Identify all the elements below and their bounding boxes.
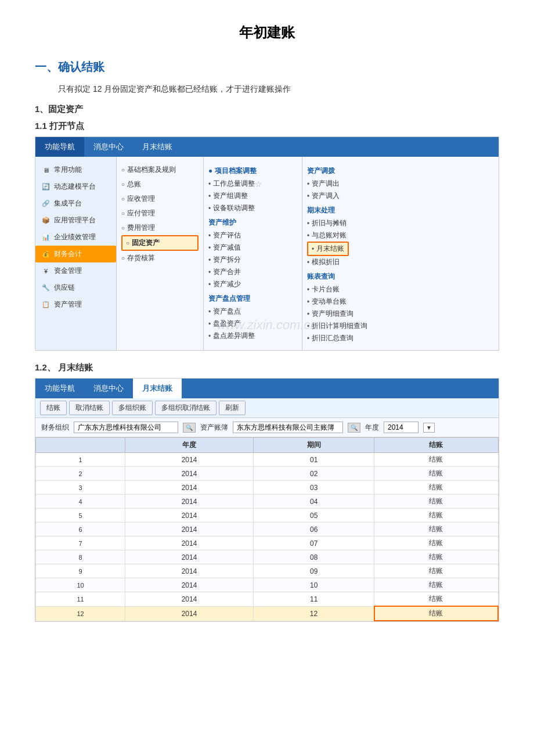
- nav-bar-2: 功能导航 消息中心 月末结账: [35, 379, 499, 398]
- nav-item-enterprise[interactable]: 📊 企业绩效管理: [35, 229, 116, 246]
- nav-right2-col: 资产调拨 资产调出 资产调入 期末处理 折旧与摊销 与总账对账 月末结账 模拟折…: [302, 157, 499, 350]
- filter-book-input[interactable]: [233, 422, 343, 433]
- nav-screenshot-2: 功能导航 消息中心 月末结账 结账 取消结账 多组织账 多组织取消结账 刷新 财…: [35, 378, 499, 622]
- right2-item-month-close[interactable]: 月末结账: [307, 242, 349, 256]
- filter-label-org: 财务组织: [41, 423, 69, 433]
- nav-mid-expense[interactable]: 费用管理: [121, 221, 199, 235]
- row-year: 2014: [125, 453, 254, 467]
- nav-mid-ar[interactable]: 应收管理: [121, 192, 199, 206]
- nav-item-capital[interactable]: ¥ 资金管理: [35, 262, 116, 279]
- right1-sec2-label: 资产维护: [208, 218, 297, 228]
- table-row-highlighted: 12 2014 12 结账: [36, 606, 499, 621]
- filter-org-input[interactable]: [74, 422, 178, 433]
- row-status: 结账: [374, 564, 498, 578]
- right1-item-impair[interactable]: 资产减值: [208, 242, 297, 254]
- row-num: 2: [36, 467, 125, 481]
- nav-mid-basic[interactable]: 基础档案及规则: [121, 163, 199, 177]
- finance-icon: 💰: [41, 250, 50, 259]
- right1-item-workload[interactable]: 工作总量调整 ☆: [208, 178, 297, 190]
- table-row: 4 2014 04 结账: [36, 495, 499, 509]
- row-num: 4: [36, 495, 125, 509]
- nav-bar-1: 功能导航 消息中心 月末结账: [35, 137, 499, 157]
- col-header-num: [36, 438, 125, 453]
- right2-item-dep-detail[interactable]: 折旧计算明细查询: [307, 320, 494, 332]
- app-icon: 📦: [41, 216, 50, 225]
- row-num: 9: [36, 564, 125, 578]
- right1-item-split[interactable]: 资产拆分: [208, 254, 297, 266]
- row-period: 01: [253, 453, 374, 467]
- row-period: 06: [253, 523, 374, 537]
- asset-icon: 📋: [41, 300, 50, 309]
- row-year: 2014: [125, 481, 254, 495]
- row-period: 04: [253, 495, 374, 509]
- toolbar-2: 结账 取消结账 多组织账 多组织取消结账 刷新: [35, 398, 499, 418]
- nav-item-common[interactable]: 🖥 常用功能: [35, 161, 116, 178]
- nav-item-app-mgmt[interactable]: 📦 应用管理平台: [35, 212, 116, 229]
- btn-close-account[interactable]: 结账: [40, 401, 67, 415]
- nav-item-dynamic[interactable]: 🔄 动态建模平台: [35, 178, 116, 195]
- right2-sec2-label: 期末处理: [307, 206, 494, 215]
- right1-item-merge[interactable]: 资产合并: [208, 266, 297, 278]
- table-row: 5 2014 05 结账: [36, 509, 499, 523]
- right2-item-asset-detail[interactable]: 资产明细查询: [307, 308, 494, 320]
- nav-content-1: 🖥 常用功能 🔄 动态建模平台 🔗 集成平台 📦 应用管理平台 📊: [35, 157, 499, 350]
- nav-item-asset-mgmt[interactable]: 📋 资产管理: [35, 296, 116, 313]
- right2-item-reconcile[interactable]: 与总账对账: [307, 229, 494, 242]
- right1-item-inventory-check[interactable]: 资产盘点: [208, 305, 297, 318]
- right2-item-depreciation[interactable]: 折旧与摊销: [307, 217, 494, 229]
- right2-item-transfer-out[interactable]: 资产调出: [307, 178, 494, 190]
- row-status: 结账: [374, 467, 498, 481]
- nav-mid-fixed-asset[interactable]: 固定资产: [121, 235, 199, 251]
- chart-icon: 📊: [41, 233, 50, 242]
- col-header-status: 结账: [374, 438, 498, 453]
- year-dropdown-icon[interactable]: ▼: [423, 423, 435, 433]
- row-year: 2014: [125, 564, 254, 578]
- right2-item-dep-summary[interactable]: 折旧汇总查询: [307, 332, 494, 344]
- col-header-year: 年度: [125, 438, 254, 453]
- nav-mid-ap[interactable]: 应付管理: [121, 206, 199, 221]
- btn-multi-org-account[interactable]: 多组织账: [112, 401, 153, 415]
- right1-item-surplus[interactable]: 盘盈资产: [208, 318, 297, 330]
- star-icon: ☆: [255, 179, 262, 189]
- nav-right1-col: ● 项目档案调整 工作总量调整 ☆ 资产组调整 设备联动调整 资产维护 资产评估…: [204, 157, 302, 350]
- right2-item-card-ledger[interactable]: 卡片台账: [307, 283, 494, 296]
- right2-item-sim-dep[interactable]: 模拟折旧: [307, 256, 494, 268]
- nav-bar-item-3[interactable]: 月末结账: [133, 137, 182, 157]
- nav-mid-inventory[interactable]: 存货核算: [121, 251, 199, 265]
- row-period: 07: [253, 537, 374, 550]
- filter-year-input[interactable]: [384, 422, 418, 433]
- right2-item-transfer-in[interactable]: 资产调入: [307, 190, 494, 202]
- btn-refresh[interactable]: 刷新: [219, 401, 246, 415]
- nav-mid-ledger[interactable]: 总账: [121, 177, 199, 192]
- filter-label-book: 资产账簿: [200, 423, 228, 433]
- right1-item-eval[interactable]: 资产评估: [208, 229, 297, 242]
- nav-item-supply[interactable]: 🔧 供应链: [35, 279, 116, 296]
- row-year: 2014: [125, 467, 254, 481]
- search-icon-org[interactable]: 🔍: [183, 423, 196, 433]
- section1-title: 一、确认结账: [35, 59, 499, 75]
- monitor-icon: 🖥: [41, 165, 50, 175]
- nav-item-finance[interactable]: 💰 财务会计: [35, 246, 116, 262]
- nav-bar-item-2[interactable]: 消息中心: [84, 137, 133, 157]
- nav-item-integration[interactable]: 🔗 集成平台: [35, 195, 116, 212]
- row-num: 6: [36, 523, 125, 537]
- row-period: 12: [253, 606, 374, 621]
- btn-multi-org-cancel[interactable]: 多组织取消结账: [155, 401, 217, 415]
- right2-item-movement[interactable]: 变动单台账: [307, 296, 494, 308]
- row-period: 08: [253, 550, 374, 564]
- row-num: 5: [36, 509, 125, 523]
- nav2-bar-item-1[interactable]: 功能导航: [35, 379, 84, 398]
- right1-item-device-adj[interactable]: 设备联动调整: [208, 202, 297, 214]
- nav2-bar-item-3[interactable]: 月末结账: [133, 379, 182, 398]
- table-row: 1 2014 01 结账: [36, 453, 499, 467]
- search-icon-book[interactable]: 🔍: [348, 423, 360, 433]
- right2-sec1-label: 资产调拨: [307, 166, 494, 176]
- nav-bar-item-1[interactable]: 功能导航: [35, 137, 84, 157]
- right1-item-diff-adj[interactable]: 盘点差异调整: [208, 330, 297, 342]
- nav2-bar-item-2[interactable]: 消息中心: [84, 379, 133, 398]
- row-status: 结账: [374, 578, 498, 592]
- right1-item-group-adj[interactable]: 资产组调整: [208, 190, 297, 202]
- btn-cancel-account[interactable]: 取消结账: [69, 401, 110, 415]
- right1-item-reduce[interactable]: 资产减少: [208, 278, 297, 290]
- intro-text: 只有拟定 12 月份固定资产和总账都已经结账，才于进行建账操作: [58, 84, 499, 95]
